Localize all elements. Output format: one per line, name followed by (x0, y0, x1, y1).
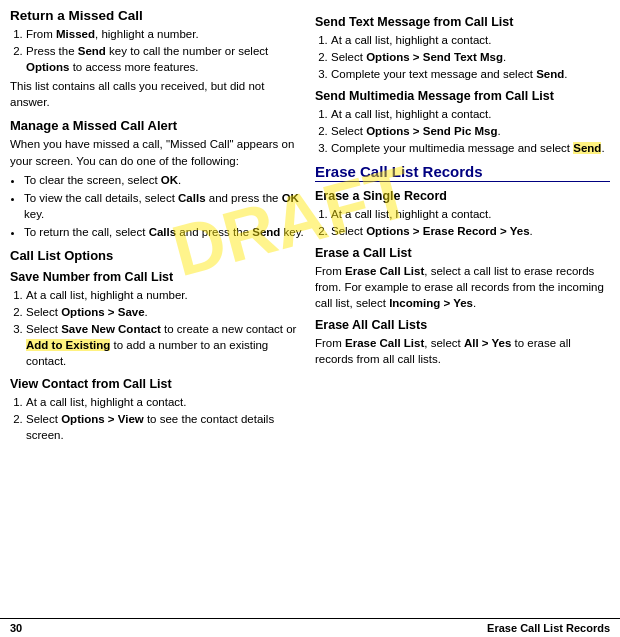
list-item: To view the call details, select Calls a… (24, 190, 305, 222)
list-item: At a call list, highlight a contact. (331, 206, 610, 222)
erase-sub2-heading: Erase a Call List (315, 246, 610, 260)
list-item: Select Options > Erase Record > Yes. (331, 223, 610, 239)
list-item: At a call list, highlight a contact. (331, 106, 610, 122)
list-item: Select Save New Contact to create a new … (26, 321, 305, 369)
content-area: Return a Missed Call From Missed, highli… (0, 0, 620, 618)
list-item: At a call list, highlight a contact. (26, 394, 305, 410)
footer: 30 Erase Call List Records (0, 618, 620, 637)
list-item: Complete your text message and select Se… (331, 66, 610, 82)
erase-sub1-steps: At a call list, highlight a contact. Sel… (331, 206, 610, 239)
right-column: Send Text Message from Call List At a ca… (315, 8, 610, 618)
list-item: Select Options > View to see the contact… (26, 411, 305, 443)
list-item: At a call list, highlight a number. (26, 287, 305, 303)
section2-heading: Manage a Missed Call Alert (10, 118, 305, 133)
section1-steps: From Missed, highlight a number. Press t… (26, 26, 305, 75)
erase-sub3-heading: Erase All Call Lists (315, 318, 610, 332)
footer-page-number: 30 (10, 622, 22, 634)
section1-note: This list contains all calls you receive… (10, 78, 305, 110)
right-section1-steps: At a call list, highlight a contact. Sel… (331, 32, 610, 82)
subsection2-heading: View Contact from Call List (10, 377, 305, 391)
section2-intro: When you have missed a call, "Missed Cal… (10, 136, 305, 168)
section3-heading: Call List Options (10, 248, 305, 263)
section1-heading: Return a Missed Call (10, 8, 305, 23)
list-item: Complete your multimedia message and sel… (331, 140, 610, 156)
footer-title: Erase Call List Records (487, 622, 610, 634)
subsection1-heading: Save Number from Call List (10, 270, 305, 284)
left-column: Return a Missed Call From Missed, highli… (10, 8, 305, 618)
list-item: Select Options > Send Text Msg. (331, 49, 610, 65)
right-section1-heading: Send Text Message from Call List (315, 15, 610, 29)
erase-sub2-body: From Erase Call List, select a call list… (315, 263, 610, 311)
list-item: Select Options > Save. (26, 304, 305, 320)
right-section2-steps: At a call list, highlight a contact. Sel… (331, 106, 610, 156)
list-item: Select Options > Send Pic Msg. (331, 123, 610, 139)
subsection2-steps: At a call list, highlight a contact. Sel… (26, 394, 305, 443)
erase-sub1-heading: Erase a Single Record (315, 189, 610, 203)
section2-bullets: To clear the screen, select OK. To view … (24, 172, 305, 240)
list-item: At a call list, highlight a contact. (331, 32, 610, 48)
list-item: To clear the screen, select OK. (24, 172, 305, 188)
right-section2-heading: Send Multimedia Message from Call List (315, 89, 610, 103)
erase-sub3-body: From Erase Call List, select All > Yes t… (315, 335, 610, 367)
erase-main-heading: Erase Call List Records (315, 163, 610, 182)
subsection1-steps: At a call list, highlight a number. Sele… (26, 287, 305, 369)
list-item: To return the call, select Calls and pre… (24, 224, 305, 240)
page: DRAFT Return a Missed Call From Missed, … (0, 0, 620, 637)
list-item: Press the Send key to call the number or… (26, 43, 305, 75)
list-item: From Missed, highlight a number. (26, 26, 305, 42)
